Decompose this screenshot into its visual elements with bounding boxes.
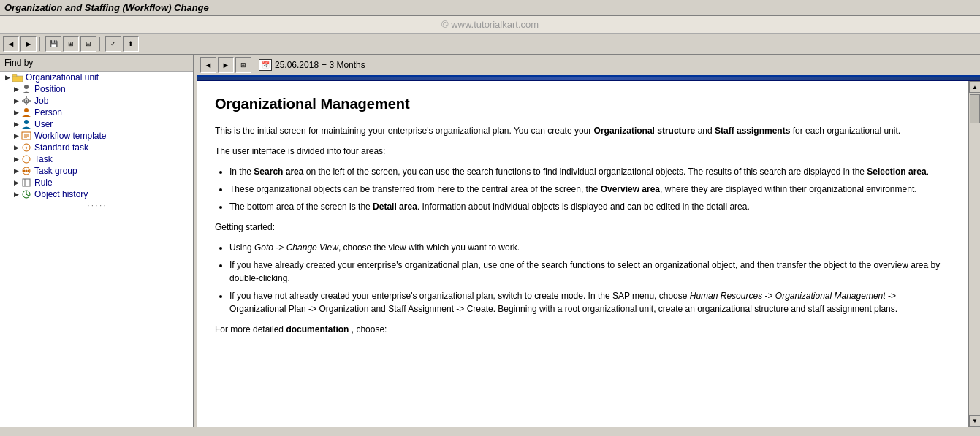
arrow-person[interactable]: ▶	[12, 108, 20, 117]
tree-label-object-history: Object history	[34, 189, 88, 199]
tree-item-position[interactable]: ▶ Position	[0, 83, 193, 95]
svg-point-10	[24, 120, 29, 124]
intro-mid: and	[698, 126, 715, 136]
scroll-up-button[interactable]: ▲	[969, 81, 980, 93]
tree-label-job: Job	[34, 96, 48, 106]
goto-italic: Goto	[254, 242, 273, 253]
getting-started-text: Getting started:	[215, 221, 951, 234]
bullet1-overview: These organizational objects can be tran…	[229, 183, 951, 196]
tree-item-rule[interactable]: ▶ Rule	[0, 177, 193, 188]
main-layout: Find by ▶ Organizational unit ▶	[0, 55, 980, 427]
intro-text: This is the initial screen for maintaini…	[215, 126, 594, 136]
workflow-icon	[20, 131, 32, 141]
nav-grid-button[interactable]: ⊞	[235, 57, 251, 73]
tree-item-person[interactable]: ▶ Person	[0, 107, 193, 118]
person-icon-position	[20, 84, 32, 94]
folder-icon	[12, 72, 23, 83]
task-icon-standard: ✦	[20, 142, 32, 153]
person-icon-user	[20, 119, 32, 129]
grid1-button[interactable]: ⊞	[63, 36, 79, 52]
forward-button[interactable]: ►	[20, 36, 37, 52]
save-button[interactable]: 💾	[45, 36, 61, 52]
right-scrollbar[interactable]: ▲ ▼	[968, 81, 980, 427]
svg-point-4	[26, 100, 28, 102]
calendar-icon: 📅	[259, 59, 272, 71]
selection-area-bold: Selection area	[867, 167, 926, 177]
task-icon-task	[20, 154, 32, 164]
nav-forward-button[interactable]: ►	[218, 57, 234, 73]
bullet1-detail: The bottom area of the screen is the Det…	[229, 200, 951, 213]
scroll-down-button[interactable]: ▼	[969, 415, 980, 427]
task-group-icon	[20, 166, 32, 176]
tree-item-workflow-template[interactable]: ▶ Workflow template	[0, 130, 193, 142]
title-text: Organization and Staffing (Workflow) Cha…	[4, 2, 209, 13]
date-display: 📅 25.06.2018 + 3 Months	[259, 59, 365, 71]
svg-point-19	[23, 170, 26, 172]
bullets2-list: Using Goto -> Change View, choose the vi…	[229, 241, 951, 315]
content-area: Organizational Management This is the in…	[197, 81, 968, 427]
nav-back-button[interactable]: ◄	[200, 57, 216, 73]
tree-item-task[interactable]: ▶ Task	[0, 153, 193, 165]
svg-text:✦: ✦	[24, 145, 29, 150]
tree-container: ▶ Organizational unit ▶ Posit	[0, 72, 193, 200]
back-button[interactable]: ◄	[3, 36, 19, 52]
main-toolbar: ◄ ► 💾 ⊞ ⊟ ✓ ⬆	[0, 34, 980, 55]
check-button[interactable]: ✓	[105, 36, 121, 52]
intro-paragraph: This is the initial screen for maintaini…	[215, 124, 951, 137]
doc-suffix: , choose:	[352, 324, 387, 334]
export-button[interactable]: ⬆	[123, 36, 139, 52]
org-mgmt-italic: Organizational Management	[775, 291, 886, 301]
scroll-track[interactable]	[969, 93, 980, 415]
search-area-bold: Search area	[254, 167, 303, 177]
doc-paragraph: For more detailed documentation , choose…	[215, 323, 951, 336]
tree-label-person: Person	[34, 107, 62, 118]
arrow-org-unit[interactable]: ▶	[3, 73, 12, 82]
arrow-task-group[interactable]: ▶	[12, 167, 20, 175]
arrow-task[interactable]: ▶	[12, 155, 20, 164]
arrow-standard-task[interactable]: ▶	[12, 143, 20, 152]
bullet1-search: In the Search area on the left of the sc…	[229, 165, 951, 178]
arrow-rule[interactable]: ▶	[12, 178, 20, 187]
svg-point-17	[23, 156, 30, 163]
content-heading: Organizational Management	[215, 96, 951, 112]
bullet2-already-created: If you have already created your enterpr…	[229, 259, 951, 285]
tree-item-task-group[interactable]: ▶ Task group	[0, 165, 193, 177]
intro-bold1: Organizational structure	[594, 126, 696, 136]
svg-point-2	[24, 85, 29, 89]
tree-item-job[interactable]: ▶ Job	[0, 95, 193, 107]
arrow-position[interactable]: ▶	[12, 85, 20, 93]
change-view-italic: Change View	[286, 242, 338, 253]
division-text: The user interface is divided into four …	[215, 145, 951, 158]
bullets1-list: In the Search area on the left of the sc…	[229, 165, 951, 213]
intro-bold2: Staff assignments	[715, 126, 790, 136]
tree-label-task-group: Task group	[34, 166, 77, 176]
title-bar: Organization and Staffing (Workflow) Cha…	[0, 0, 980, 16]
tree-label-task: Task	[34, 154, 53, 164]
intro-end: for each organizational unit.	[793, 126, 900, 136]
arrow-object-history[interactable]: ▶	[12, 190, 20, 199]
arrow-job[interactable]: ▶	[12, 96, 20, 105]
watermark-bar: © www.tutorialkart.com	[0, 16, 980, 34]
tree-item-object-history[interactable]: ▶ Object history	[0, 188, 193, 200]
tree-item-standard-task[interactable]: ▶ ✦ Standard task	[0, 142, 193, 153]
arrow-user[interactable]: ▶	[12, 120, 20, 129]
find-by-label: Find by	[0, 55, 193, 72]
tree-label-org-unit: Organizational unit	[26, 72, 99, 83]
separator-2	[99, 37, 102, 51]
scroll-thumb[interactable]	[970, 94, 980, 123]
date-suffix: + 3 Months	[322, 60, 365, 70]
tree-item-user[interactable]: ▶ User	[0, 118, 193, 130]
overview-area-bold: Overview area	[601, 184, 660, 194]
separator-1	[39, 37, 42, 51]
bullet2-goto: Using Goto -> Change View, choose the vi…	[229, 241, 951, 254]
hr-italic: Human Resources	[690, 291, 762, 301]
tree-item-org-unit[interactable]: ▶ Organizational unit	[0, 72, 193, 83]
grid2-button[interactable]: ⊟	[80, 36, 96, 52]
nav-toolbar: ◄ ► ⊞ 📅 25.06.2018 + 3 Months	[197, 55, 980, 77]
arrow-workflow-template[interactable]: ▶	[12, 131, 20, 140]
doc-bold: documentation	[286, 324, 349, 334]
left-panel: Find by ▶ Organizational unit ▶	[0, 55, 194, 427]
svg-rect-22	[23, 179, 30, 186]
left-dots: · · · · ·	[0, 200, 193, 211]
tree-label-user: User	[34, 119, 53, 129]
